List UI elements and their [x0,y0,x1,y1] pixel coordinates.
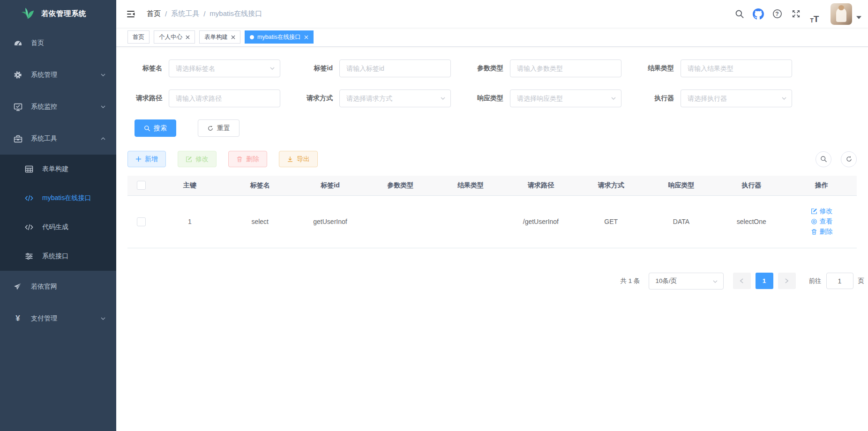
sidebar-item-system-tools[interactable]: 系统工具 [0,123,116,155]
sidebar-item-label: 系统监控 [31,103,57,111]
header-search-button[interactable] [730,5,749,23]
tag-name-select[interactable] [169,59,280,77]
page-number-1[interactable]: 1 [756,273,773,289]
sidebar: 若依管理系统 首页 系统管理 系统监控 系统工具 表单构建 [0,0,116,431]
avatar[interactable] [831,3,852,25]
active-tab-dot [250,35,254,39]
col-header-response-type: 响应类型 [646,176,717,195]
github-icon [753,8,764,20]
goto-page-input[interactable] [826,273,853,289]
sidebar-item-payment-manage[interactable]: ¥ 支付管理 [0,303,116,334]
fullscreen-button[interactable] [786,5,805,23]
edit-icon [811,208,817,215]
monitor-icon [13,102,22,111]
request-path-input[interactable] [169,89,280,107]
font-size-big-glyph: T [814,15,819,23]
reset-button[interactable]: 重置 [198,119,239,137]
toolbox-icon [13,134,22,143]
toolbar-right-tools [816,151,857,167]
page-size-select[interactable]: 10条/页 [649,273,724,290]
cell-response-type: DATA [646,195,717,248]
tab-label: mybatis在线接口 [257,33,301,41]
tab-mybatis-api[interactable]: mybatis在线接口 [245,30,314,44]
sidebar-item-label: 系统工具 [31,134,57,143]
executor-select[interactable] [681,89,792,107]
select-all-checkbox[interactable] [137,181,146,190]
help-button[interactable]: ? [768,5,786,23]
sidebar-item-form-builder[interactable]: 表单构建 [0,155,116,184]
search-icon [735,9,744,19]
github-link[interactable] [749,5,768,23]
field-label: 标签名 [127,64,169,73]
filter-row-2: 请求路径 请求方式 响应类型 [127,89,857,107]
prev-page-button[interactable] [733,273,751,289]
search-button[interactable]: 搜索 [135,119,176,137]
arrow-right-icon [785,278,789,283]
breadcrumb-home[interactable]: 首页 [147,9,161,18]
edit-button-label: 修改 [195,155,209,163]
edit-icon [186,156,192,163]
row-delete-label: 删除 [820,228,833,236]
field-label: 请求路径 [127,94,169,103]
field-param-type: 参数类型 [469,59,621,77]
field-request-method: 请求方式 [298,89,451,107]
cell-tag-name: select [225,195,295,248]
export-button[interactable]: 导出 [279,151,318,167]
font-size-button[interactable]: TT [805,5,824,23]
refresh-table-button[interactable] [841,151,857,167]
pagination-total: 共 1 条 [620,277,640,285]
sidebar-item-mybatis-api[interactable]: mybatis在线接口 [0,184,116,213]
sidebar-collapse-button[interactable] [116,9,143,19]
sidebar-item-system-monitor[interactable]: 系统监控 [0,91,116,123]
sidebar-item-home[interactable]: 首页 [0,27,116,59]
close-icon[interactable] [186,35,190,39]
row-checkbox[interactable] [137,217,146,226]
user-menu[interactable] [831,3,861,25]
result-type-input[interactable] [681,59,792,77]
tab-label: 个人中心 [159,33,182,41]
response-type-select[interactable] [510,89,621,107]
close-icon[interactable] [304,35,308,39]
tab-label: 表单构建 [204,33,228,41]
tag-id-input[interactable] [339,59,451,77]
sidebar-item-code-gen[interactable]: 代码生成 [0,213,116,242]
sidebar-item-label: mybatis在线接口 [42,194,91,202]
add-button[interactable]: 新增 [127,151,166,167]
breadcrumb-separator: / [203,10,205,18]
close-icon[interactable] [231,35,235,39]
gear-icon [13,70,22,80]
param-type-input[interactable] [510,59,621,77]
delete-button[interactable]: 删除 [228,151,267,167]
cell-param-type [365,195,435,248]
col-header-executor: 执行器 [716,176,786,195]
sidebar-item-system-manage[interactable]: 系统管理 [0,59,116,91]
code-icon [24,193,34,203]
tab-profile[interactable]: 个人中心 [154,30,195,44]
tab-home[interactable]: 首页 [127,30,150,44]
table-row[interactable]: 1 select getUserInof /getUserInof GET DA… [127,195,857,248]
sidebar-item-official-site[interactable]: 若依官网 [0,271,116,303]
row-view-link[interactable]: 查看 [811,217,833,226]
caret-down-icon [856,16,861,19]
add-button-label: 新增 [145,155,158,163]
breadcrumb-separator: / [165,10,167,18]
next-page-button[interactable] [778,273,796,289]
show-search-toggle-button[interactable] [816,151,831,167]
col-header-tag-id: 标签id [295,176,366,195]
field-label: 请求方式 [298,94,339,103]
sidebar-item-system-api[interactable]: 系统接口 [0,242,116,271]
tab-form-builder[interactable]: 表单构建 [199,30,240,44]
cell-request-path: /getUserInof [506,195,576,248]
request-method-select[interactable] [339,89,451,107]
app-logo[interactable]: 若依管理系统 [0,0,116,27]
row-delete-link[interactable]: 删除 [811,228,833,236]
chevron-down-icon [712,279,718,284]
download-icon [287,156,293,163]
breadcrumb-system-tools: 系统工具 [171,9,199,18]
app-title: 若依管理系统 [41,9,86,19]
cell-result-type [435,195,506,248]
edit-button[interactable]: 修改 [178,151,217,167]
row-edit-link[interactable]: 修改 [811,207,833,216]
filter-row-1: 标签名 标签id 参数类型 [127,59,857,77]
goto-label: 前往 [809,277,822,285]
